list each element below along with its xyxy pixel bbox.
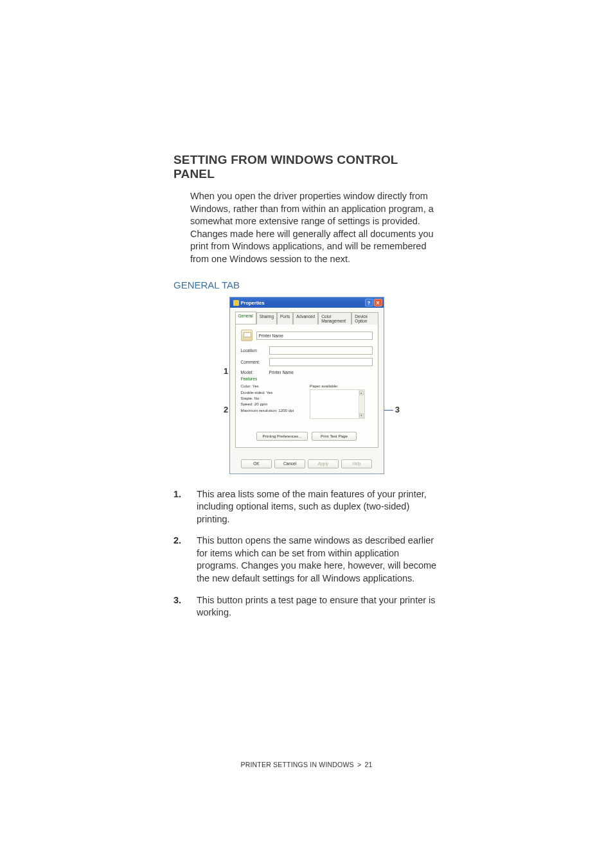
feature-speed: Speed: 20 ppm: [241, 401, 304, 407]
dialog-bottom-buttons: OK Cancel Apply Help: [235, 459, 378, 468]
panel-button-row: Printing Preferences... Print Test Page: [241, 432, 373, 441]
callout-2: 2: [224, 405, 228, 414]
features-list-left: Color: Yes Double-sided: Yes Staple: No …: [241, 383, 304, 418]
printing-preferences-button[interactable]: Printing Preferences...: [256, 432, 308, 441]
list-item: 2. This button opens the same windows as…: [173, 535, 440, 585]
paper-available-list[interactable]: ▴ ▾: [310, 389, 365, 419]
printer-name-field[interactable]: Printer Name: [256, 332, 373, 340]
intro-paragraph: When you open the driver properties wind…: [173, 190, 440, 265]
dialog-screenshot-wrap: 1 2 3 Properties ? X General Shari: [173, 297, 440, 474]
tab-color-management[interactable]: Color Management: [318, 312, 351, 324]
features-heading: Features: [241, 376, 373, 381]
dialog-body: General Sharing Ports Advanced Color Man…: [230, 308, 384, 473]
tab-ports[interactable]: Ports: [277, 312, 293, 324]
list-number-3: 3.: [173, 594, 197, 619]
tab-advanced[interactable]: Advanced: [293, 312, 318, 324]
section-heading: SETTING FROM WINDOWS CONTROL PANEL: [173, 153, 440, 181]
list-number-1: 1.: [173, 488, 197, 526]
general-tab-heading: GENERAL TAB: [173, 279, 440, 290]
model-row: Model: Printer Name: [241, 370, 373, 375]
list-number-2: 2.: [173, 535, 197, 585]
list-item: 3. This button prints a test page to ens…: [173, 594, 440, 619]
numbered-list: 1. This area lists some of the main feat…: [173, 488, 440, 619]
print-test-page-button[interactable]: Print Test Page: [312, 432, 357, 441]
comment-row: Comment:: [241, 358, 373, 366]
titlebar-buttons: ? X: [365, 299, 382, 306]
footer-page-number: 21: [364, 761, 372, 768]
list-text-2: This button opens the same windows as de…: [197, 535, 440, 585]
feature-doublesided: Double-sided: Yes: [241, 389, 304, 395]
dialog-title: Properties: [241, 300, 265, 306]
callout-3: 3: [395, 405, 400, 414]
feature-color: Color: Yes: [241, 383, 304, 389]
titlebar-left: Properties: [233, 300, 265, 306]
cancel-button[interactable]: Cancel: [274, 459, 305, 468]
list-text-3: This button prints a test page to ensure…: [197, 594, 440, 619]
callout-1: 1: [224, 366, 228, 376]
paper-available-label: Paper available:: [310, 383, 373, 389]
ok-button[interactable]: OK: [241, 459, 272, 468]
feature-staple: Staple: No: [241, 395, 304, 401]
printer-icon: [241, 330, 253, 341]
apply-button[interactable]: Apply: [308, 459, 339, 468]
model-value: Printer Name: [269, 370, 294, 375]
footer-section: PRINTER SETTINGS IN WINDOWS: [240, 761, 353, 768]
comment-label: Comment:: [241, 360, 265, 364]
properties-dialog: Properties ? X General Sharing Ports Adv…: [229, 297, 384, 474]
features-box: Color: Yes Double-sided: Yes Staple: No …: [241, 383, 373, 418]
tab-strip: General Sharing Ports Advanced Color Man…: [235, 312, 378, 324]
scroll-down-icon[interactable]: ▾: [359, 413, 364, 418]
help-button[interactable]: Help: [341, 459, 372, 468]
titlebar: Properties ? X: [230, 297, 384, 308]
titlebar-close-button[interactable]: X: [374, 299, 382, 306]
page-content: SETTING FROM WINDOWS CONTROL PANEL When …: [0, 0, 613, 619]
footer-separator: >: [357, 761, 361, 768]
tab-sharing[interactable]: Sharing: [256, 312, 277, 324]
model-label: Model:: [241, 370, 265, 375]
comment-field[interactable]: [269, 358, 373, 366]
location-label: Location:: [241, 348, 265, 353]
general-tab-panel: Printer Name Location: Comment: Model: P…: [235, 324, 378, 447]
tab-device-option[interactable]: Device Option: [351, 312, 378, 324]
features-list-right: Paper available: ▴ ▾: [310, 383, 373, 418]
printer-small-icon: [233, 300, 239, 306]
list-text-1: This area lists some of the main feature…: [197, 488, 440, 526]
printer-name-row: Printer Name: [241, 330, 373, 341]
list-item: 1. This area lists some of the main feat…: [173, 488, 440, 526]
scroll-up-icon[interactable]: ▴: [359, 391, 364, 395]
tab-general[interactable]: General: [235, 312, 256, 324]
titlebar-help-button[interactable]: ?: [365, 299, 373, 306]
location-row: Location:: [241, 346, 373, 355]
feature-resolution: Maximum resolution: 1200 dpi: [241, 407, 304, 413]
location-field[interactable]: [269, 346, 373, 355]
page-footer: PRINTER SETTINGS IN WINDOWS > 21: [0, 761, 613, 768]
